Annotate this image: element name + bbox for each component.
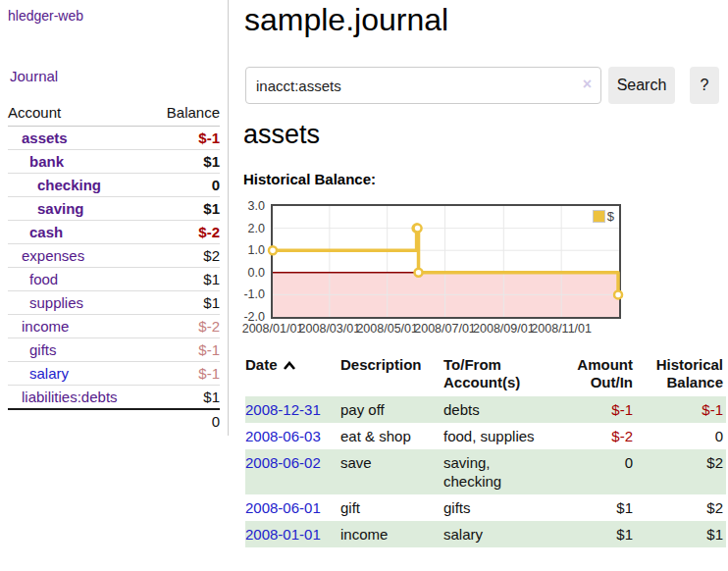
transaction-description: income	[340, 521, 443, 547]
register-header-amount: AmountOut/In	[567, 356, 636, 396]
register-header-description: Description	[340, 356, 443, 396]
transaction-description: gift	[340, 494, 443, 521]
account-row: bank$1	[8, 150, 220, 174]
data-point-marker[interactable]	[269, 246, 277, 254]
account-row: cash$-2	[8, 221, 220, 244]
register-header-tofrom: To/FromAccount(s)	[443, 356, 567, 396]
y-axis-tick-label: -1.0	[230, 287, 265, 301]
register-row: 2008-06-02 save saving, checking 0 $2	[245, 449, 726, 494]
transaction-accounts: food, supplies	[443, 423, 567, 449]
account-balance: $1	[150, 150, 220, 174]
search-button[interactable]: Search	[608, 67, 675, 104]
transaction-accounts: gifts	[443, 494, 567, 521]
account-link-income[interactable]: income	[22, 318, 69, 335]
account-balance: $-1	[150, 362, 220, 386]
chart-legend: $	[593, 209, 614, 224]
transaction-amount: $1	[567, 494, 636, 521]
account-row: supplies$1	[8, 291, 220, 315]
account-link-expenses[interactable]: expenses	[22, 247, 84, 264]
account-link-supplies[interactable]: supplies	[29, 294, 83, 311]
accounts-balance-table: Account Balance assets$-1 bank$1 checkin…	[8, 101, 220, 433]
account-row: income$-2	[8, 315, 220, 338]
account-row: gifts$-1	[8, 338, 220, 362]
chart-x-axis: 2008/01/012008/03/012008/05/012008/07/01…	[273, 322, 623, 337]
account-link-salary[interactable]: salary	[29, 365, 69, 382]
account-balance: 0	[150, 174, 220, 197]
account-link-liabilities-debts[interactable]: liabilities:debts	[22, 389, 118, 405]
account-link-assets[interactable]: assets	[22, 130, 68, 146]
search-input[interactable]	[245, 67, 601, 104]
account-balance: $2	[150, 244, 220, 268]
legend-label: $	[607, 209, 614, 224]
transaction-balance: $2	[636, 494, 726, 521]
transaction-balance: $2	[636, 449, 726, 494]
transaction-balance: 0	[636, 423, 726, 449]
register-row: 2008-06-01 gift gifts $1 $2	[245, 494, 726, 521]
sort-ascending-icon	[283, 357, 296, 375]
account-row: food$1	[8, 268, 220, 291]
transaction-amount: 0	[567, 449, 636, 494]
transaction-amount: $1	[567, 521, 636, 547]
account-link-food[interactable]: food	[29, 271, 58, 287]
account-balance: $-1	[150, 127, 220, 150]
account-heading: assets	[243, 120, 320, 150]
account-link-cash[interactable]: cash	[29, 224, 63, 240]
transaction-date-link[interactable]: 2008-12-31	[245, 401, 321, 418]
accounts-total-row: 0	[8, 409, 220, 433]
register-row: 2008-01-01 income salary $1 $1	[245, 521, 726, 547]
y-axis-tick-label: 0.0	[230, 266, 265, 280]
accounts-header-balance: Balance	[150, 101, 220, 127]
account-balance: $1	[150, 386, 220, 410]
data-point-marker[interactable]	[415, 269, 423, 277]
transaction-accounts: saving, checking	[443, 449, 567, 494]
account-row: assets$-1	[8, 127, 220, 150]
transaction-description: eat & shop	[340, 423, 443, 449]
register-row: 2008-12-31 pay off debts $-1 $-1	[245, 396, 726, 423]
account-row: saving$1	[8, 197, 220, 221]
account-link-saving[interactable]: saving	[37, 200, 84, 217]
y-axis-tick-label: 3.0	[230, 199, 265, 213]
help-button[interactable]: ?	[690, 67, 719, 104]
account-balance: $-1	[150, 338, 220, 362]
app-window: hledger-web Journal Account Balance asse…	[0, 0, 728, 571]
sidebar-divider	[228, 0, 229, 436]
register-header-balance: HistoricalBalance	[636, 356, 726, 396]
accounts-header-account: Account	[8, 101, 150, 127]
transaction-description: save	[340, 449, 443, 494]
register-table: Date Description To/FromAccount(s) Amoun…	[245, 356, 726, 547]
account-link-bank[interactable]: bank	[29, 153, 64, 170]
clear-search-icon[interactable]: ×	[583, 76, 592, 93]
account-balance: $1	[150, 291, 220, 315]
transaction-accounts: debts	[443, 396, 567, 423]
chart-plot	[273, 206, 619, 317]
data-point-marker[interactable]	[614, 290, 622, 298]
y-axis-tick-label: 2.0	[230, 222, 265, 235]
brand-link[interactable]: hledger-web	[8, 8, 83, 24]
transaction-description: pay off	[340, 396, 443, 423]
transaction-date-link[interactable]: 2008-06-02	[245, 454, 321, 471]
account-row: salary$-1	[8, 362, 220, 386]
transaction-accounts: salary	[443, 521, 567, 547]
account-balance: $1	[150, 197, 220, 221]
y-axis-tick-label: 1.0	[230, 243, 265, 257]
search-box: ×	[245, 67, 601, 104]
x-axis-tick-label: 2008/11/01	[522, 322, 600, 336]
transaction-date-link[interactable]: 2008-06-03	[245, 428, 321, 444]
chart-heading: Historical Balance:	[243, 171, 376, 187]
register-header-date[interactable]: Date	[245, 356, 340, 396]
data-point-marker[interactable]	[414, 225, 422, 233]
account-row: checking0	[8, 174, 220, 197]
transaction-amount: $-2	[567, 423, 636, 449]
sidebar-item-journal[interactable]: Journal	[10, 68, 58, 84]
legend-swatch-icon	[593, 210, 605, 223]
register-row: 2008-06-03 eat & shop food, supplies $-2…	[245, 423, 726, 449]
transaction-date-link[interactable]: 2008-06-01	[245, 499, 321, 516]
account-balance: $-2	[150, 221, 220, 244]
account-link-checking[interactable]: checking	[37, 177, 101, 193]
account-row: liabilities:debts$1	[8, 386, 220, 410]
accounts-total-value: 0	[150, 409, 220, 433]
transaction-amount: $-1	[567, 396, 636, 423]
page-title: sample.journal	[244, 2, 448, 38]
account-link-gifts[interactable]: gifts	[29, 341, 57, 358]
transaction-date-link[interactable]: 2008-01-01	[245, 526, 321, 543]
